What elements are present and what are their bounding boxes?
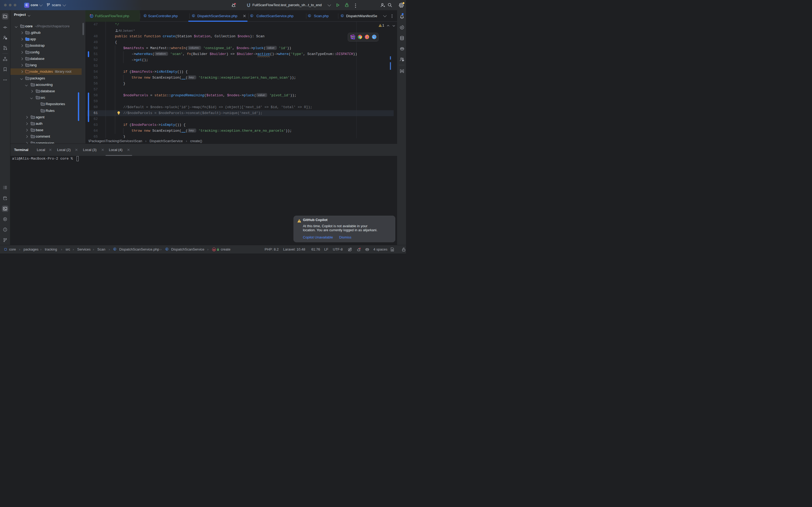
svg-text:C: C (91, 15, 92, 17)
svg-text:PS: PS (352, 36, 354, 38)
